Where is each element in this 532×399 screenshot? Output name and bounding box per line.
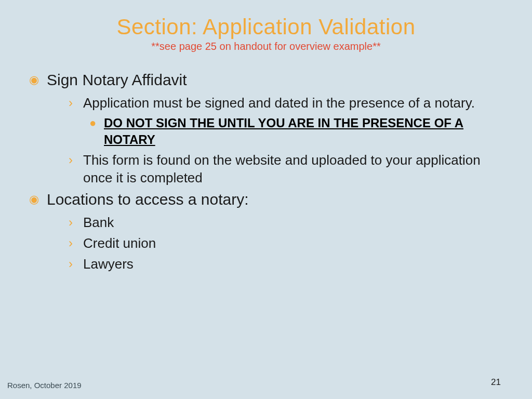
bullet-level3: ● DO NOT SIGN THE UNTIL YOU ARE IN THE P… (28, 115, 504, 148)
chevron-bullet-icon: › (69, 255, 83, 273)
chevron-bullet-icon: › (69, 151, 83, 169)
dot-bullet-icon: ● (89, 115, 104, 131)
bullet-text: Sign Notary Affidavit (47, 70, 187, 90)
bullet-text: Bank (83, 214, 114, 231)
bullet-text: Locations to access a notary: (47, 190, 249, 209)
bullet-level1: ◉ Sign Notary Affidavit (28, 70, 504, 90)
bullet-level2: › Credit union (28, 234, 504, 252)
footer-author: Rosen, October 2019 (7, 381, 82, 390)
bullet-text: Application must be signed and dated in … (83, 94, 475, 112)
bullet-level2: › Lawyers (28, 255, 504, 273)
slide-title: Section: Application Validation (28, 15, 504, 39)
bullet-text: Lawyers (83, 255, 134, 273)
bullet-level2: › Application must be signed and dated i… (28, 94, 504, 112)
page-number: 21 (491, 377, 501, 388)
chevron-bullet-icon: › (69, 214, 83, 231)
bullet-level2: › This form is found on the website and … (28, 151, 504, 187)
bullet-text: This form is found on the website and up… (83, 151, 504, 187)
bullet-level1: ◉ Locations to access a notary: (28, 190, 504, 209)
slide-subtitle: **see page 25 on handout for overview ex… (28, 41, 504, 52)
slide-content: ◉ Sign Notary Affidavit › Application mu… (28, 70, 504, 273)
chevron-bullet-icon: › (69, 234, 83, 252)
target-bullet-icon: ◉ (28, 70, 47, 90)
bullet-text: Credit union (83, 234, 156, 252)
slide: Section: Application Validation **see pa… (0, 0, 532, 399)
bullet-text-emphasis: DO NOT SIGN THE UNTIL YOU ARE IN THE PRE… (104, 115, 504, 148)
bullet-level2: › Bank (28, 214, 504, 231)
target-bullet-icon: ◉ (28, 190, 47, 209)
chevron-bullet-icon: › (69, 94, 83, 112)
